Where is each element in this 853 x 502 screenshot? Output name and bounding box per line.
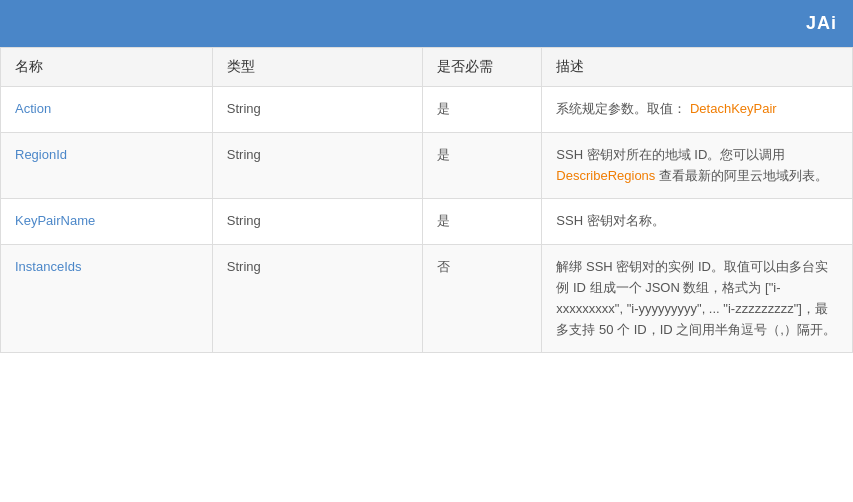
desc-text: 解绑 SSH 密钥对的实例 ID。取值可以由多台实例 ID 组成一个 JSON …	[556, 259, 836, 336]
top-bar-logo: JAi	[806, 13, 837, 34]
col-header-name: 名称	[1, 48, 213, 87]
col-header-type: 类型	[212, 48, 422, 87]
table-header-row: 名称 类型 是否必需 描述	[1, 48, 853, 87]
api-table: 名称 类型 是否必需 描述 Action String 是 系统规定参数。取值：…	[0, 47, 853, 353]
row-action-name: Action	[1, 87, 213, 133]
row-regionid-required: 是	[422, 132, 542, 199]
instanceids-link[interactable]: InstanceIds	[15, 259, 82, 274]
table-row: Action String 是 系统规定参数。取值： DetachKeyPair	[1, 87, 853, 133]
row-regionid-name: RegionId	[1, 132, 213, 199]
row-action-required: 是	[422, 87, 542, 133]
page-wrapper: JAi 名称 类型 是否必需 描述 Action String 是 系统规定参数…	[0, 0, 853, 502]
row-instanceids-type: String	[212, 245, 422, 353]
table-row: RegionId String 是 SSH 密钥对所在的地域 ID。您可以调用 …	[1, 132, 853, 199]
table-row: InstanceIds String 否 解绑 SSH 密钥对的实例 ID。取值…	[1, 245, 853, 353]
row-instanceids-desc: 解绑 SSH 密钥对的实例 ID。取值可以由多台实例 ID 组成一个 JSON …	[542, 245, 853, 353]
row-keypairname-desc: SSH 密钥对名称。	[542, 199, 853, 245]
keypairname-link[interactable]: KeyPairName	[15, 213, 95, 228]
row-regionid-desc: SSH 密钥对所在的地域 ID。您可以调用 DescribeRegions 查看…	[542, 132, 853, 199]
action-link[interactable]: Action	[15, 101, 51, 116]
row-action-desc: 系统规定参数。取值： DetachKeyPair	[542, 87, 853, 133]
table-row: KeyPairName String 是 SSH 密钥对名称。	[1, 199, 853, 245]
row-instanceids-required: 否	[422, 245, 542, 353]
describe-regions-link[interactable]: DescribeRegions	[556, 168, 655, 183]
desc-value: DetachKeyPair	[690, 101, 777, 116]
regionid-link[interactable]: RegionId	[15, 147, 67, 162]
desc-text: SSH 密钥对所在的地域 ID。您可以调用	[556, 147, 785, 162]
row-regionid-type: String	[212, 132, 422, 199]
col-header-required: 是否必需	[422, 48, 542, 87]
row-keypairname-required: 是	[422, 199, 542, 245]
row-keypairname-type: String	[212, 199, 422, 245]
col-header-desc: 描述	[542, 48, 853, 87]
desc-text: 系统规定参数。取值：	[556, 101, 686, 116]
desc-text-2: 查看最新的阿里云地域列表。	[659, 168, 828, 183]
desc-text: SSH 密钥对名称。	[556, 213, 664, 228]
top-bar: JAi	[0, 0, 853, 47]
row-keypairname-name: KeyPairName	[1, 199, 213, 245]
row-action-type: String	[212, 87, 422, 133]
row-instanceids-name: InstanceIds	[1, 245, 213, 353]
